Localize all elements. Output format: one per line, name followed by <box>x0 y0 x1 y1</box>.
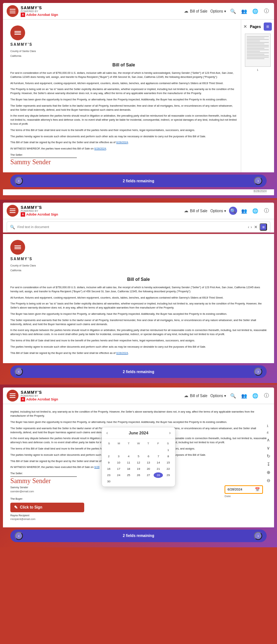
help-icon-button[interactable]: ⓘ <box>262 7 270 15</box>
cal-next-button[interactable]: › <box>169 430 171 435</box>
cal-day-18[interactable]: 18 <box>124 466 133 472</box>
cal-day-24[interactable]: 24 <box>114 472 123 478</box>
right-toolbar-1: 1 4 ∧ ∨ ↻ ↧ ⊕ ⊖ <box>237 70 241 129</box>
search-close-button[interactable]: ✕ <box>254 225 257 230</box>
thumbnail-inner <box>245 34 270 61</box>
click-to-sign-button[interactable]: ✎ Click to Sign <box>10 503 84 512</box>
chevron-down-icon-2[interactable]: ∨ <box>270 295 273 300</box>
people-icon-button-3[interactable]: 👥 <box>240 392 248 400</box>
search-prev-button[interactable]: ‹ <box>248 225 249 229</box>
globe-icon-button[interactable]: 🌐 <box>251 7 259 15</box>
cal-day-11[interactable]: 11 <box>124 460 133 465</box>
zoom-out-icon-2[interactable]: ⊖ <box>270 328 273 333</box>
nav-next-button-3[interactable]: › <box>254 532 262 540</box>
cal-day-empty: . <box>124 447 133 453</box>
cal-prev-button[interactable]: ‹ <box>106 430 108 435</box>
refresh-icon-2[interactable]: ↻ <box>270 303 273 309</box>
search-input[interactable] <box>17 225 246 229</box>
cal-day-5[interactable]: 5 <box>134 454 143 459</box>
options-button-3[interactable]: Options ▾ <box>211 394 226 398</box>
cal-day-29[interactable]: 29 <box>164 472 173 478</box>
cal-day-6[interactable]: 6 <box>144 454 153 459</box>
search-bar: 🔍 ‹ › ✕ ⊞ <box>7 221 270 233</box>
people-icon-button[interactable]: 👥 <box>240 7 248 15</box>
cal-day-13[interactable]: 13 <box>144 460 153 465</box>
calendar-icon[interactable]: 📅 <box>255 487 260 492</box>
doc-title-area-3: ☁ Bill of Sale <box>184 393 207 398</box>
cal-day-20[interactable]: 20 <box>144 466 153 472</box>
zoom-in-icon-2[interactable]: ⊕ <box>270 320 273 325</box>
nav-prev-button-2[interactable]: ‹ <box>15 368 23 376</box>
chevron-down-icon[interactable]: ∨ <box>237 91 241 96</box>
help-icon-button-3[interactable]: ⓘ <box>262 392 270 400</box>
search-icon-button-3[interactable]: 🔍 <box>229 392 237 400</box>
cal-day-empty: . <box>114 447 123 453</box>
logo-burger <box>7 5 18 17</box>
cal-day-3[interactable]: 3 <box>114 454 123 459</box>
search-next-button[interactable]: › <box>251 225 252 229</box>
header-bar-1: SAMMY'S POWERED BY A Adobe Acrobat Sign … <box>3 3 274 20</box>
cal-day-8[interactable]: 8 <box>164 454 173 459</box>
people-icon-button-2[interactable]: 👥 <box>240 207 248 215</box>
zoom-out-icon[interactable]: ⊖ <box>237 124 241 129</box>
cal-day-30[interactable]: 30 <box>104 479 113 484</box>
doc-content-3-wrapper: implied, including but not limited to, a… <box>3 404 274 527</box>
nav-next-button[interactable]: › <box>254 177 262 185</box>
nav-next-button-2[interactable]: › <box>254 368 262 376</box>
download-icon-2[interactable]: ↧ <box>270 311 273 317</box>
header-actions: Options ▾ 🔍 👥 🌐 ⓘ <box>211 7 270 15</box>
right-toolbar-3: 1 4 ∧ ∨ ↻ ↧ ⊕ ⊖ <box>267 424 270 483</box>
refresh-icon[interactable]: ↻ <box>237 99 241 104</box>
cal-day-27[interactable]: 27 <box>144 472 153 478</box>
cal-day-16[interactable]: 16 <box>104 466 113 472</box>
cal-day-empty: . <box>104 447 113 453</box>
date-input[interactable] <box>228 488 253 491</box>
chevron-up-icon-2[interactable]: ∧ <box>270 287 273 292</box>
cal-day-empty: . <box>154 447 163 453</box>
zoom-in-icon[interactable]: ⊕ <box>237 116 241 121</box>
cal-day-17[interactable]: 17 <box>114 466 123 472</box>
search-icon-button[interactable]: 🔍 <box>229 7 237 15</box>
qr-icon-button[interactable]: ⊞ <box>264 23 272 31</box>
logo-area: SAMMY'S POWERED BY A Adobe Acrobat Sign <box>7 5 181 17</box>
chevron-down-icon-3[interactable]: ∨ <box>267 445 270 451</box>
cal-day-21[interactable]: 21 <box>154 466 163 472</box>
cal-day-empty: . <box>154 479 163 484</box>
globe-icon-button-3[interactable]: 🌐 <box>251 392 259 400</box>
cal-day-28[interactable]: 28 <box>154 472 163 478</box>
download-icon-3[interactable]: ↧ <box>267 462 270 467</box>
refresh-icon-3[interactable]: ↻ <box>267 454 270 459</box>
options-button[interactable]: Options ▾ <box>211 9 226 13</box>
cal-day-14[interactable]: 14 <box>154 460 163 465</box>
globe-icon-button-2[interactable]: 🌐 <box>251 207 259 215</box>
help-icon-button-2[interactable]: ⓘ <box>262 207 270 215</box>
cal-day-10[interactable]: 10 <box>114 460 123 465</box>
nav-bar-3: ‹ 2 fields remaining › <box>10 530 267 542</box>
cal-day-25[interactable]: 25 <box>124 472 133 478</box>
cal-day-4[interactable]: 4 <box>124 454 133 459</box>
zoom-in-icon-3[interactable]: ⊕ <box>267 470 270 475</box>
nav-prev-button[interactable]: ‹ <box>15 177 23 185</box>
nav-prev-button-3[interactable]: ‹ <box>15 532 23 540</box>
cal-day-23[interactable]: 23 <box>104 472 113 478</box>
cal-day-19[interactable]: 19 <box>134 466 143 472</box>
cal-day-26[interactable]: 26 <box>134 472 143 478</box>
cal-day-15[interactable]: 15 <box>164 460 173 465</box>
cal-day-22[interactable]: 22 <box>164 466 173 472</box>
cal-day-7[interactable]: 7 <box>154 454 163 459</box>
cal-day-empty: . <box>114 479 123 484</box>
cal-day-12[interactable]: 12 <box>134 460 143 465</box>
cal-day-1[interactable]: 1 <box>164 447 173 453</box>
grid-view-button[interactable]: ⊞ <box>260 223 267 231</box>
download-icon[interactable]: ↧ <box>237 107 241 113</box>
chevron-up-icon[interactable]: ∧ <box>237 83 241 88</box>
options-button-2[interactable]: Options ▾ <box>211 209 226 213</box>
close-pages-button[interactable]: ✕ <box>243 24 247 29</box>
cal-day-9[interactable]: 9 <box>104 460 113 465</box>
zoom-out-icon-3[interactable]: ⊖ <box>267 478 270 483</box>
page-thumbnail[interactable] <box>245 34 271 67</box>
chevron-up-icon-3[interactable]: ∧ <box>267 437 270 442</box>
calendar-header: ‹ June 2024 › <box>102 427 175 439</box>
search-icon-button-2[interactable]: 🔍 <box>229 207 237 215</box>
cal-day-2[interactable]: 2 <box>104 454 113 459</box>
